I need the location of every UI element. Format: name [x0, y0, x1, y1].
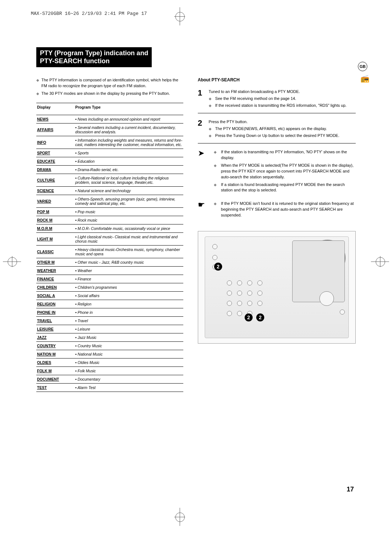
panel-button	[237, 280, 242, 285]
table-row: EDUCATE• Education	[36, 157, 183, 166]
section-title: PTY (Program Type) indication and PTY-SE…	[36, 47, 152, 67]
program-type-cell: • Sports	[74, 149, 183, 157]
diamond-icon: ◆	[209, 96, 213, 102]
table-row: RELIGION• Religion	[36, 300, 183, 308]
panel-button	[257, 280, 262, 285]
table-row: PHONE IN• Phone in	[36, 308, 183, 317]
region-badge: GB	[358, 62, 367, 71]
table-row: WEATHER• Weather	[36, 267, 183, 275]
step-sub: The PTY MODE(NEWS, AFFAIRS, etc) appears…	[215, 126, 327, 132]
display-cell: VARIED	[36, 195, 74, 208]
program-type-cell: • Natural science and technology	[74, 187, 183, 195]
display-cell: CLASSIC	[36, 246, 74, 258]
program-type-cell: • Rock music	[74, 216, 183, 224]
table-row: COUNTRY• Country Music	[36, 342, 183, 350]
pty-table: Display Program Type NEWS• News includin…	[36, 103, 183, 392]
table-row: OLDIES• Oldies Music	[36, 358, 183, 367]
program-type-cell: • Several matters including a current in…	[74, 123, 183, 136]
note-line: If the PTY MODE isn't found it is retune…	[221, 201, 356, 218]
panel-button	[247, 291, 252, 296]
display-cell: COUNTRY	[36, 342, 74, 350]
callout-badge: 2	[245, 313, 253, 321]
col-program-type: Program Type	[74, 103, 183, 112]
display-cell: CHILDREN	[36, 283, 74, 292]
table-row: VARIED• Others-Speech, amusing program (…	[36, 195, 183, 208]
crop-mark-bottom	[180, 508, 180, 526]
diamond-icon: ◆	[214, 201, 219, 218]
display-cell: SPORT	[36, 149, 74, 157]
table-row: INFO• Information including weights and …	[36, 136, 183, 149]
intro-line: The 30 PTY modes are shown in the displa…	[41, 91, 170, 96]
table-row: NEWS• News including an announced opinio…	[36, 115, 183, 123]
diamond-icon: ◆	[214, 182, 219, 194]
display-cell: CULTURE	[36, 174, 74, 187]
program-type-cell: • Finance	[74, 275, 183, 283]
title-line2: PTY-SEARCH function	[40, 57, 110, 65]
radio-icon: 📻	[360, 74, 369, 83]
intro-text: ◆The PTY information is composed of an i…	[36, 77, 183, 96]
program-type-cell: • Weather	[74, 267, 183, 275]
diamond-icon: ◆	[214, 163, 219, 180]
intro-line: The PTY information is composed of an id…	[41, 77, 183, 89]
device-illustration: 2 2 2	[198, 231, 356, 344]
program-type-cell: • Folk Music	[74, 367, 183, 375]
table-row: TRAVEL• Travel	[36, 317, 183, 325]
callout-badge: 2	[214, 263, 222, 271]
callout-badge: 2	[256, 313, 264, 321]
diamond-icon: ◆	[209, 133, 213, 139]
table-row: POP M• Pop music	[36, 208, 183, 216]
crop-mark-left	[3, 262, 21, 262]
program-type-cell: • Children's programmes	[74, 283, 183, 292]
program-type-cell: • Heavy classical music-Orchestra music,…	[74, 246, 183, 258]
table-row: TEST• Alarm Test	[36, 384, 183, 392]
display-cell: LEISURE	[36, 325, 74, 333]
program-type-cell: • Other music - Jazz, R&B country music	[74, 258, 183, 267]
display-cell: TRAVEL	[36, 317, 74, 325]
diamond-icon: ◆	[36, 91, 41, 96]
diamond-icon: ◆	[36, 77, 41, 89]
display-cell: OLDIES	[36, 358, 74, 367]
program-type-cell: • News including an announced opinion an…	[74, 115, 183, 123]
program-type-cell: • Culture-National or local culture incl…	[74, 174, 183, 187]
table-row: ROCK M• Rock music	[36, 216, 183, 224]
step-1: 1 Tuned to an FM station broadcasting a …	[198, 89, 356, 113]
step-sub: If the received station is transmitting …	[215, 103, 347, 109]
program-type-cell: • Others-Speech, amusing program (quiz, …	[74, 195, 183, 208]
display-cell: SOCIAL A	[36, 292, 74, 300]
table-row: JAZZ• Jazz Music	[36, 333, 183, 342]
program-type-cell: • Religion	[74, 300, 183, 308]
step-main: Tuned to an FM station broadcasting a PT…	[209, 89, 356, 95]
table-row: NATION M• National Music	[36, 350, 183, 358]
pointer-icon: ☛	[198, 201, 209, 220]
print-header: MAX-S720GBR 16~26 2/19/03 2:41 PM Page 1…	[31, 11, 147, 16]
panel-button	[212, 255, 217, 260]
program-type-cell: • Pop music	[74, 208, 183, 216]
display-cell: SCIENCE	[36, 187, 74, 195]
table-row: AFFAIRS• Several matters including a cur…	[36, 123, 183, 136]
display-cell: PHONE IN	[36, 308, 74, 317]
display-cell: POP M	[36, 208, 74, 216]
display-cell: DRAMA	[36, 166, 74, 174]
table-row: FOLK M• Folk Music	[36, 367, 183, 375]
crop-mark-right	[371, 262, 389, 262]
step-main: Press the PTY button.	[209, 119, 356, 125]
table-row: LEISURE• Leisure	[36, 325, 183, 333]
col-display: Display	[36, 103, 74, 112]
program-type-cell: • Social affairs	[74, 292, 183, 300]
table-row: M.O.R.M• M.O.R- Comfortable music, occas…	[36, 224, 183, 233]
note-line: When the PTY MODE is selected(The PTY MO…	[221, 163, 356, 180]
diamond-icon: ◆	[209, 126, 213, 132]
panel-button	[247, 280, 252, 285]
title-line1: PTY (Program Type) indication and	[40, 49, 148, 57]
arrow-right-icon: ➤	[198, 149, 209, 195]
program-type-cell: • M.O.R- Comfortable music, occasionally…	[74, 224, 183, 233]
program-type-cell: • Jazz Music	[74, 333, 183, 342]
program-type-cell: • Documentary	[74, 375, 183, 384]
panel-button	[319, 291, 334, 306]
program-type-cell: • Alarm Test	[74, 384, 183, 392]
note-line: If a station is found broadcasting requi…	[221, 182, 356, 194]
table-row: SCIENCE• Natural science and technology	[36, 187, 183, 195]
panel-button	[257, 301, 262, 306]
panel-button	[227, 291, 232, 296]
panel-button	[247, 301, 252, 306]
